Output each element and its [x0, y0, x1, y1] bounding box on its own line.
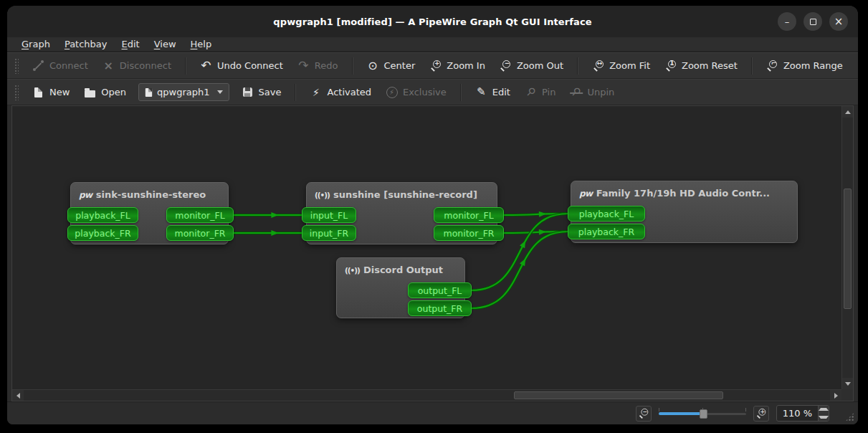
zoom-out-button[interactable]: − Zoom Out: [493, 56, 570, 75]
window-title: qpwgraph1 [modified] — A PipeWire Graph …: [7, 16, 858, 27]
vertical-scroll-thumb[interactable]: [844, 189, 852, 309]
scroll-left-button[interactable]: [12, 390, 24, 401]
arrow-right-icon: [834, 393, 838, 399]
vertical-scrollbar[interactable]: [841, 106, 853, 389]
connect-icon: [33, 60, 44, 71]
close-icon: ×: [834, 15, 844, 28]
menu-help[interactable]: Help: [185, 38, 218, 50]
port-playback_FL[interactable]: playback_FL: [568, 206, 645, 222]
pipewire-icon: pw: [79, 190, 92, 200]
port-input_FL[interactable]: input_FL: [302, 207, 356, 223]
toolbar-separator: [185, 57, 186, 75]
arrow-up-icon: [845, 110, 851, 114]
port-monitor_FL[interactable]: monitor_FL: [434, 207, 504, 223]
disconnect-icon: ×: [102, 60, 115, 72]
toolbar-drag-handle[interactable]: [14, 58, 19, 74]
screen: qpwgraph1 [modified] — A PipeWire Graph …: [0, 0, 868, 433]
title-bar[interactable]: qpwgraph1 [modified] — A PipeWire Graph …: [7, 6, 858, 37]
edit-toggle[interactable]: ✎ Edit: [469, 82, 517, 102]
node-title-text: sink-sunshine-stereo: [96, 189, 206, 200]
new-file-icon: [34, 87, 42, 97]
scroll-down-button[interactable]: [842, 378, 854, 389]
port-monitor_FL[interactable]: monitor_FL: [166, 207, 234, 223]
horizontal-scroll-thumb[interactable]: [514, 391, 723, 399]
broadcast-icon: ((•)): [345, 266, 360, 275]
center-button[interactable]: ⊙ Center: [361, 56, 422, 75]
port-input_FR[interactable]: input_FR: [302, 225, 356, 241]
undo-connect-button[interactable]: ↶ Undo Connect: [194, 56, 290, 75]
toolbar-separator: [460, 84, 462, 101]
minimize-button[interactable]: –: [778, 12, 796, 31]
graph-canvas[interactable]: pwsink-sunshine-stereoplayback_FLplaybac…: [12, 106, 841, 389]
exclusive-label: Exclusive: [403, 87, 447, 97]
zoom-reset-button[interactable]: 1 Zoom Reset: [658, 56, 744, 75]
port-playback_FR[interactable]: playback_FR: [568, 224, 645, 239]
status-bar: − + 110 %: [7, 401, 858, 424]
menu-graph[interactable]: Graph: [16, 38, 56, 50]
redo-button: ↷ Redo: [291, 56, 345, 75]
zoom-fit-button[interactable]: ↔ Zoom Fit: [586, 56, 657, 75]
app-window: qpwgraph1 [modified] — A PipeWire Graph …: [7, 6, 858, 424]
minimize-icon: –: [785, 16, 790, 27]
port-monitor_FR[interactable]: monitor_FR: [434, 225, 504, 241]
undo-icon: ↶: [200, 60, 212, 72]
zoom-range-icon: ⌐: [766, 60, 778, 72]
zoom-level-spinbox[interactable]: 110 %: [776, 405, 829, 422]
zoom-range-button[interactable]: ⌐ Zoom Range: [760, 56, 849, 75]
statusbar-zoom-in-button[interactable]: +: [753, 406, 769, 422]
toolbar-drag-handle[interactable]: [14, 85, 19, 100]
new-label: New: [49, 87, 70, 97]
undo-connect-label: Undo Connect: [217, 60, 283, 71]
close-button[interactable]: ×: [829, 12, 848, 31]
node-title: ((•))sunshine [sunshine-record]: [307, 183, 497, 200]
zoom-slider[interactable]: [659, 407, 746, 420]
zoom-in-button[interactable]: + Zoom In: [423, 56, 492, 75]
slider-fill: [659, 412, 704, 415]
scrollbar-corner: [841, 389, 853, 401]
port-monitor_FR[interactable]: monitor_FR: [166, 225, 234, 241]
resize-grip[interactable]: [845, 412, 854, 422]
spin-down-button[interactable]: [819, 414, 829, 422]
broadcast-icon: ((•)): [315, 191, 330, 199]
edit-pencil-icon: ✎: [475, 86, 487, 98]
zoom-in-icon: +: [755, 408, 766, 418]
save-button[interactable]: Save: [235, 82, 288, 102]
redo-label: Redo: [315, 60, 338, 71]
zoom-out-icon: −: [500, 60, 511, 72]
menu-view[interactable]: View: [148, 38, 182, 50]
arrow-down-icon: [819, 416, 829, 419]
patchbay-selector[interactable]: qpwgraph1: [138, 83, 229, 101]
patchbay-toolbar: New Open qpwgraph1 Save ⚡ Activated ⚡: [7, 79, 858, 105]
arrow-left-icon: [16, 393, 20, 399]
port-playback_FL[interactable]: playback_FL: [67, 207, 138, 223]
port-output_FL[interactable]: output_FL: [408, 282, 472, 298]
unpin-button: ⚲ Unpin: [563, 82, 621, 102]
menu-edit[interactable]: Edit: [116, 38, 146, 50]
spin-up-button[interactable]: [819, 406, 829, 414]
slider-tick: [745, 408, 746, 411]
scroll-right-button[interactable]: [830, 390, 841, 401]
port-playback_FR[interactable]: playback_FR: [67, 225, 138, 241]
horizontal-scrollbar[interactable]: [12, 389, 841, 401]
new-button[interactable]: New: [26, 82, 76, 102]
unpin-label: Unpin: [587, 87, 614, 97]
slider-handle[interactable]: [700, 409, 707, 419]
graph-viewport: pwsink-sunshine-stereoplayback_FLplaybac…: [11, 105, 854, 401]
save-icon: [243, 87, 252, 97]
toolbar-separator: [295, 84, 296, 101]
node-title: pwsink-sunshine-stereo: [71, 183, 228, 200]
pin-icon: ⚲: [524, 85, 537, 98]
toolbar-separator: [577, 57, 578, 75]
open-button[interactable]: Open: [77, 82, 133, 102]
maximize-button[interactable]: [803, 12, 822, 31]
menu-patchbay[interactable]: Patchbay: [59, 38, 113, 50]
pin-label: Pin: [542, 87, 555, 97]
port-output_FR[interactable]: output_FR: [408, 300, 472, 316]
window-controls: – ×: [778, 6, 848, 37]
statusbar-zoom-out-button[interactable]: −: [636, 406, 652, 422]
spin-buttons: [818, 406, 829, 421]
patchbay-file-icon: [146, 88, 152, 97]
activated-toggle[interactable]: ⚡ Activated: [303, 82, 378, 102]
zoom-out-label: Zoom Out: [517, 60, 563, 71]
scroll-up-button[interactable]: [842, 106, 854, 118]
